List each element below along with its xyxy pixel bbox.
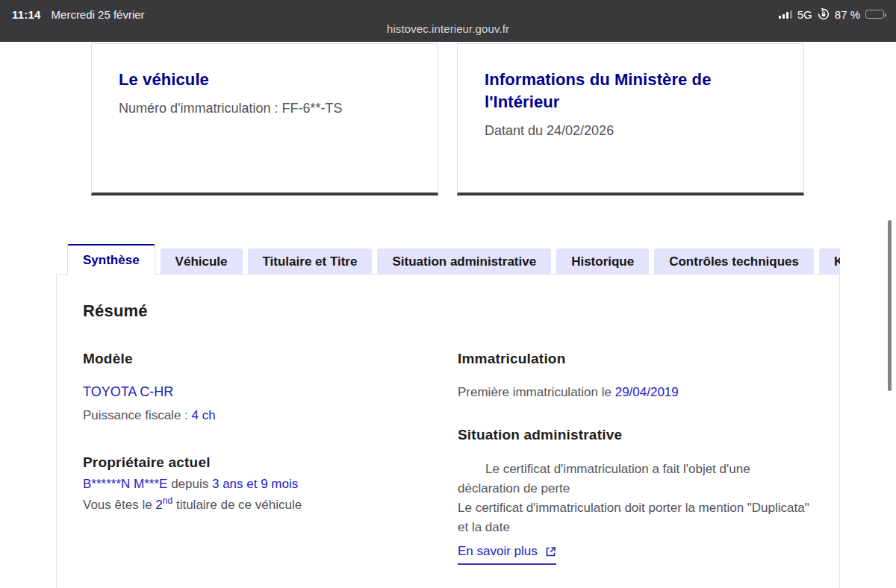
model-heading: Modèle (83, 351, 458, 367)
holder-rank-value: 2nd (155, 498, 172, 512)
tab-kilometrage[interactable]: Kilométrage (819, 248, 840, 275)
tab-vehicule[interactable]: Véhicule (161, 248, 243, 275)
battery-percent-label: 87 % (835, 8, 860, 21)
owner-line: B******N M***E depuis 3 ans et 9 mois (83, 477, 458, 492)
holder-line: Vous êtes le 2nd titulaire de ce véhicul… (83, 495, 458, 515)
right-column: Immatriculation Première immatriculation… (458, 351, 813, 565)
ministry-card-title: Informations du Ministère de l'Intérieur (485, 69, 777, 113)
tab-situation-administrative[interactable]: Situation administrative (377, 248, 551, 275)
fiscal-power-line: Puissance fiscale : 4 ch (83, 408, 458, 423)
tab-controles-techniques[interactable]: Contrôles techniques (654, 248, 814, 275)
tab-historique[interactable]: Historique (556, 248, 649, 275)
date-label: Mercredi 25 février (52, 8, 145, 21)
status-left: 11:14 Mercredi 25 février (12, 2, 145, 21)
admin-status-text: Le certificat d'immatriculation a fait l… (458, 460, 813, 565)
status-right: 5G 87 % (779, 2, 884, 21)
owner-since-label: depuis (171, 477, 208, 491)
status-bar: 11:14 Mercredi 25 février 5G 87 % hi (0, 0, 896, 42)
learn-more-link[interactable]: En savoir plus (458, 542, 556, 565)
admin-status-line1: Le certificat d'immatriculation a fait l… (458, 460, 813, 498)
synthese-panel: Résumé Modèle TOYOTA C-HR Puissance fisc… (56, 274, 840, 588)
first-registration-line: Première immatriculation le 29/04/2019 (458, 385, 813, 400)
vehicle-card-body: Numéro d'immatriculation : FF-6**-TS (119, 101, 411, 116)
learn-more-label: En savoir plus (458, 542, 538, 561)
owner-since-value: 3 ans et 9 mois (212, 477, 298, 491)
admin-status-line2: Le certificat d'immatriculation doit por… (458, 498, 813, 537)
first-registration-label: Première immatriculation le (458, 385, 612, 399)
fiscal-power-label: Puissance fiscale : (83, 408, 188, 422)
tab-synthese[interactable]: Synthèse (67, 244, 155, 275)
vehicle-card-title: Le véhicule (119, 69, 411, 91)
orientation-lock-icon (818, 8, 830, 20)
network-type-label: 5G (797, 8, 812, 21)
left-column: Modèle TOYOTA C-HR Puissance fiscale : 4… (83, 351, 458, 565)
owner-name-value: B******N M***E (83, 477, 167, 491)
tab-titulaire-et-titre[interactable]: Titulaire et Titre (248, 248, 373, 275)
holder-prefix: Vous êtes le (83, 498, 152, 512)
page-title: Résumé (83, 301, 813, 321)
clock: 11:14 (12, 8, 41, 21)
battery-icon (865, 10, 884, 19)
owner-heading: Propriétaire actuel (83, 454, 458, 471)
cellular-signal-icon (779, 10, 792, 19)
holder-suffix: titulaire de ce véhicule (176, 498, 302, 512)
screen: 11:14 Mercredi 25 février 5G 87 % hi (0, 0, 896, 588)
status-bar-top-row: 11:14 Mercredi 25 février 5G 87 % (0, 0, 896, 22)
first-registration-date: 29/04/2019 (615, 385, 679, 399)
external-link-icon (545, 546, 556, 557)
ministry-card-body: Datant du 24/02/2026 (485, 123, 777, 139)
url-bar[interactable]: histovec.interieur.gouv.fr (0, 22, 896, 40)
summary-cards: Le véhicule Numéro d'immatriculation : F… (91, 43, 804, 196)
vehicle-card: Le véhicule Numéro d'immatriculation : F… (91, 43, 438, 196)
admin-status-heading: Situation administrative (458, 427, 813, 443)
vertical-scrollbar[interactable] (888, 220, 892, 391)
fiscal-power-value: 4 ch (192, 408, 216, 422)
vehicle-model-value: TOYOTA C-HR (83, 384, 458, 400)
ministry-card: Informations du Ministère de l'Intérieur… (457, 43, 804, 196)
registration-heading: Immatriculation (458, 351, 813, 367)
tab-bar: Synthèse Véhicule Titulaire et Titre Sit… (56, 244, 840, 275)
